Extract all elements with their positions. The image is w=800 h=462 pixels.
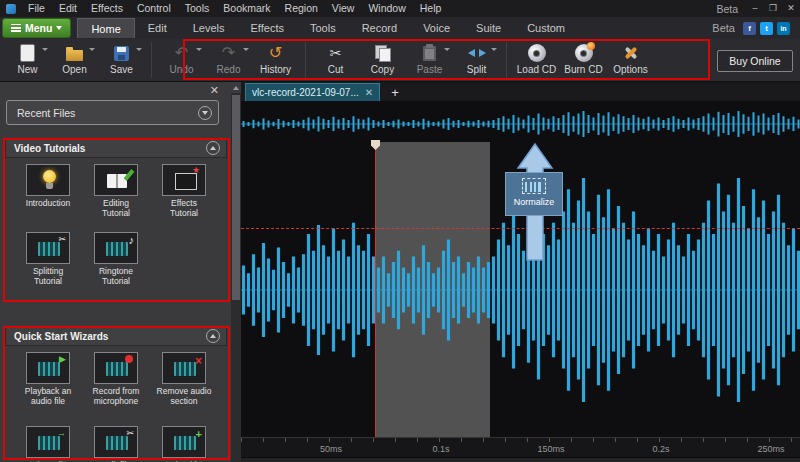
video-tutorials-header[interactable]: Video Tutorials (5, 138, 227, 158)
music-note-icon (94, 232, 138, 264)
quick-start-header[interactable]: Quick Start Wizards (5, 326, 227, 346)
wizard-join[interactable]: Join audio (20, 426, 76, 462)
waveform-canvas[interactable]: Normalize 50ms 0.1s 150ms 0.2s 250ms (241, 101, 800, 462)
menu-tools[interactable]: Tools (178, 0, 217, 17)
wizard-record[interactable]: Record from microphone (88, 352, 144, 406)
twitter-icon[interactable] (760, 22, 773, 35)
normalize-tool[interactable]: Normalize (505, 172, 563, 216)
split-button[interactable]: Split (453, 39, 500, 81)
new-button[interactable]: New (4, 39, 51, 81)
wizard-split-file[interactable]: Split file (88, 426, 144, 462)
paste-button[interactable]: Paste (406, 39, 453, 81)
chevron-down-icon[interactable] (444, 48, 450, 51)
options-button[interactable]: Options (607, 39, 654, 81)
panel-close-icon[interactable]: ✕ (210, 84, 219, 97)
tab-close-icon[interactable]: ✕ (365, 87, 373, 98)
main-menu-button[interactable]: Menu (2, 18, 71, 38)
copy-button[interactable]: Copy (359, 39, 406, 81)
chevron-down-icon[interactable] (42, 48, 48, 51)
tab-tools[interactable]: Tools (297, 18, 349, 38)
open-folder-icon (66, 50, 83, 61)
burn-cd-button[interactable]: Burn CD (560, 39, 607, 81)
recent-files-label: Recent Files (17, 107, 198, 119)
menu-control[interactable]: Control (130, 0, 178, 17)
redo-button[interactable]: Redo (205, 39, 252, 81)
tab-suite[interactable]: Suite (463, 18, 514, 38)
facebook-icon[interactable] (743, 22, 756, 35)
menu-region[interactable]: Region (278, 0, 325, 17)
scrollbar-thumb[interactable] (232, 95, 240, 300)
timeline-label: 50ms (320, 444, 342, 454)
menu-help[interactable]: Help (413, 0, 449, 17)
main-toolbar: New Open Save Undo Redo (0, 39, 800, 82)
tab-edit[interactable]: Edit (135, 18, 180, 38)
document-tab-bar: vlc-record-2021-09-07... ✕ + (241, 82, 800, 101)
history-button[interactable]: History (252, 39, 299, 81)
new-button-label: New (17, 64, 37, 75)
collapse-button[interactable] (206, 329, 220, 343)
sidebar-panel: ✕ Recent Files Video Tutorials Introduct… (0, 82, 231, 462)
document-tab[interactable]: vlc-record-2021-09-07... ✕ (245, 83, 380, 101)
undo-button[interactable]: Undo (158, 39, 205, 81)
wizard-mix[interactable]: Mix with (156, 426, 212, 462)
menu-effects[interactable]: Effects (84, 0, 130, 17)
new-tab-button[interactable]: + (387, 84, 403, 100)
wizard-remove[interactable]: Remove audio section (156, 352, 212, 406)
chevron-up-icon (210, 146, 216, 150)
tutorial-splitting[interactable]: Splitting Tutorial (20, 232, 76, 286)
book-icon (94, 164, 138, 196)
wizard-playback[interactable]: Playback an audio file (20, 352, 76, 406)
menu-edit[interactable]: Edit (52, 0, 84, 17)
load-cd-button[interactable]: Load CD (513, 39, 560, 81)
open-button[interactable]: Open (51, 39, 98, 81)
horizontal-scrollbar[interactable] (241, 458, 800, 462)
tutorial-ringtone[interactable]: Ringtone Tutorial (88, 232, 144, 286)
tab-voice[interactable]: Voice (410, 18, 463, 38)
chevron-down-icon[interactable] (243, 48, 249, 51)
tutorial-editing[interactable]: Editing Tutorial (88, 164, 144, 218)
split-audio-icon (26, 232, 70, 264)
collapse-button[interactable] (206, 141, 220, 155)
recent-files-header[interactable]: Recent Files (6, 100, 219, 125)
tab-home[interactable]: Home (77, 18, 134, 38)
chevron-down-icon[interactable] (491, 48, 497, 51)
tile-label: Introduction (26, 198, 70, 208)
scroll-up-arrow[interactable] (231, 82, 241, 93)
redo-button-label: Redo (217, 64, 241, 75)
chevron-down-icon[interactable] (89, 48, 95, 51)
save-button[interactable]: Save (98, 39, 145, 81)
linkedin-icon[interactable] (777, 22, 790, 35)
expand-button[interactable] (198, 106, 212, 120)
tools-icon (621, 43, 641, 63)
chevron-down-icon[interactable] (136, 48, 142, 51)
chevron-down-icon[interactable] (196, 48, 202, 51)
tab-custom[interactable]: Custom (514, 18, 578, 38)
cut-button[interactable]: Cut (312, 39, 359, 81)
toolbar-separator (506, 42, 507, 78)
playback-cursor[interactable] (375, 140, 376, 437)
menu-file[interactable]: File (21, 0, 52, 17)
tab-effects[interactable]: Effects (238, 18, 297, 38)
split-button-label: Split (467, 64, 486, 75)
editor-area: vlc-record-2021-09-07... ✕ + Normalize 5… (241, 82, 800, 462)
overview-waveform[interactable] (241, 106, 800, 142)
tutorial-introduction[interactable]: Introduction (20, 164, 76, 218)
paste-button-label: Paste (417, 64, 443, 75)
menu-bar: File Edit Effects Control Tools Bookmark… (0, 0, 800, 17)
menu-view[interactable]: View (325, 0, 362, 17)
beta-label-ribbon: Beta (704, 22, 743, 34)
tab-levels[interactable]: Levels (180, 18, 238, 38)
maximize-button[interactable]: ❐ (764, 0, 782, 17)
ribbon-tab-bar: Menu Home Edit Levels Effects Tools Reco… (0, 17, 800, 39)
tutorial-effects[interactable]: Effects Tutorial (156, 164, 212, 218)
close-button[interactable]: ✕ (782, 0, 800, 17)
minimize-button[interactable]: – (746, 0, 764, 17)
menu-window[interactable]: Window (361, 0, 412, 17)
menu-bookmark[interactable]: Bookmark (216, 0, 277, 17)
buy-online-button[interactable]: Buy Online (717, 50, 793, 72)
tab-record[interactable]: Record (349, 18, 410, 38)
open-button-label: Open (62, 64, 86, 75)
burn-cd-icon (575, 44, 593, 62)
sidebar-scrollbar[interactable] (231, 82, 241, 462)
timeline-ruler[interactable]: 50ms 0.1s 150ms 0.2s 250ms (241, 437, 800, 457)
